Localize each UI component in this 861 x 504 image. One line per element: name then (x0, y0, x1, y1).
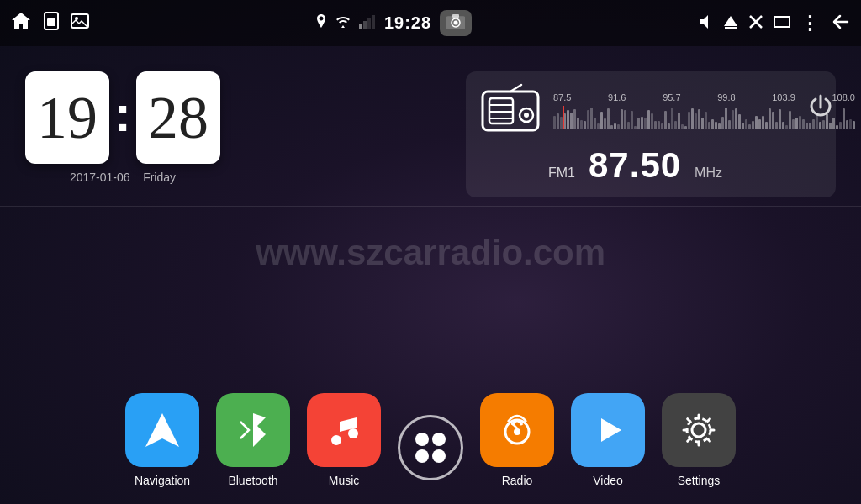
power-icon[interactable] (807, 92, 834, 123)
volume-icon[interactable] (698, 14, 713, 33)
app-video[interactable]: Video (571, 393, 645, 487)
svg-point-22 (331, 435, 341, 445)
clock-digits: 19 : 28 (25, 71, 220, 164)
svg-rect-13 (774, 17, 790, 27)
sim-icon[interactable] (44, 12, 59, 34)
bluetooth-icon (216, 393, 290, 467)
svg-rect-4 (359, 24, 362, 29)
app-navigation[interactable]: Navigation (125, 393, 199, 487)
radio-widget[interactable]: 87.5 91.6 95.7 99.8 103.9 108.0 FM1 87.5… (466, 71, 836, 197)
svg-point-26 (415, 449, 429, 463)
clock-date: 2017-01-06 Friday (70, 171, 176, 184)
svg-rect-11 (452, 14, 459, 18)
close-icon[interactable] (748, 14, 763, 33)
svg-rect-7 (372, 15, 375, 29)
settings-icon (662, 393, 736, 467)
status-center-area: 19:28 (315, 10, 472, 36)
navigation-icon (125, 393, 199, 467)
wifi-icon (335, 16, 351, 31)
clock-hour: 19 (25, 71, 109, 164)
settings-label: Settings (678, 474, 721, 487)
status-left-icons (10, 11, 89, 35)
status-bar: 19:28 (0, 0, 861, 46)
bluetooth-label: Bluetooth (228, 474, 277, 487)
location-icon (315, 14, 327, 33)
svg-rect-12 (725, 27, 737, 29)
eject-icon[interactable] (723, 14, 738, 33)
radio-label: Radio (502, 474, 533, 487)
svg-marker-31 (601, 418, 621, 442)
svg-point-27 (432, 449, 446, 463)
window-icon[interactable] (774, 16, 790, 31)
music-label: Music (329, 474, 360, 487)
radio-band: FM1 (548, 165, 575, 181)
app-music[interactable]: Music (307, 393, 381, 487)
widgets-row: 19 : 28 2017-01-06 Friday (0, 46, 861, 206)
navigation-label: Navigation (135, 474, 190, 487)
svg-point-32 (692, 423, 705, 437)
svg-rect-1 (47, 18, 55, 26)
back-icon[interactable] (829, 13, 851, 34)
svg-point-25 (432, 433, 446, 446)
camera-button[interactable] (440, 10, 472, 36)
gallery-icon[interactable] (71, 13, 89, 33)
radio-unit: MHz (695, 165, 722, 181)
svg-line-30 (512, 423, 517, 428)
radio-info: FM1 87.50 MHz (481, 145, 821, 186)
more-options-icon[interactable]: ⋮ (800, 13, 819, 34)
svg-point-24 (415, 433, 429, 446)
svg-point-23 (348, 428, 358, 438)
radio-needle (563, 106, 564, 129)
radio-icon (481, 83, 540, 139)
video-label: Video (593, 474, 623, 487)
svg-rect-6 (367, 18, 371, 29)
separator (0, 206, 861, 207)
status-right-icons: ⋮ (698, 13, 851, 34)
home-icon[interactable] (10, 11, 32, 35)
clock-colon: : (114, 85, 131, 143)
svg-point-20 (524, 113, 529, 118)
main-content: www.szcarradio.com 19 : 28 2017-01-06 Fr… (0, 46, 861, 504)
app-more[interactable] (398, 415, 463, 487)
clock-widget: 19 : 28 2017-01-06 Friday (25, 71, 220, 184)
clock-minute: 28 (136, 71, 220, 164)
svg-rect-5 (363, 21, 367, 29)
app-radio[interactable]: Radio (480, 393, 554, 487)
music-icon (307, 393, 381, 467)
video-icon (571, 393, 645, 467)
app-settings[interactable]: Settings (662, 393, 736, 487)
status-time: 19:28 (384, 13, 431, 33)
more-apps-icon (398, 415, 463, 480)
svg-point-10 (454, 21, 458, 25)
app-bluetooth[interactable]: Bluetooth (216, 393, 290, 487)
radio-app-icon (480, 393, 554, 467)
signal-icon (359, 15, 376, 32)
apps-row: Navigation Bluetooth Music (0, 393, 861, 487)
radio-top: 87.5 91.6 95.7 99.8 103.9 108.0 (481, 83, 821, 139)
radio-frequency: 87.50 (589, 145, 681, 186)
